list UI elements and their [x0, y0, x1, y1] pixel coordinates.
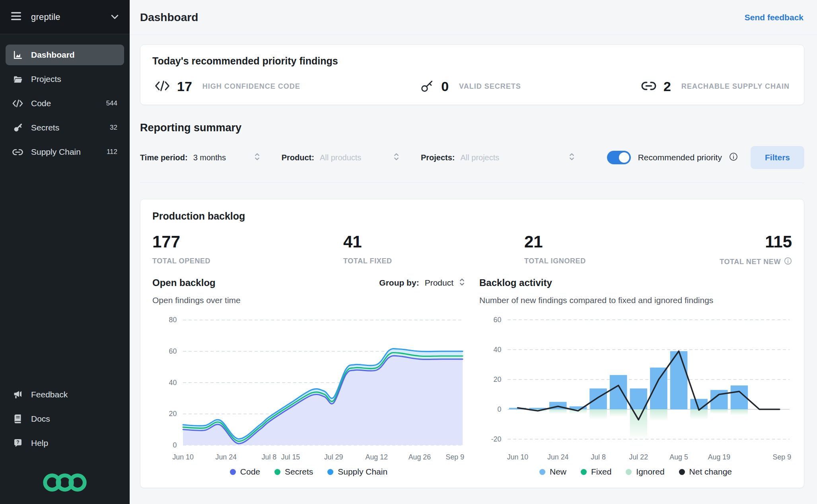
code-icon [155, 80, 170, 93]
page-header: Dashboard Send feedback [130, 0, 817, 35]
svg-text:?: ? [16, 440, 19, 445]
chain-link-icon [12, 149, 23, 156]
sidebar: greptile Dashboard Projects Code 544 [0, 0, 130, 504]
sidebar-item-supply-chain[interactable]: Supply Chain 112 [6, 142, 124, 162]
product-select[interactable]: All products [320, 152, 399, 163]
svg-text:Jun 24: Jun 24 [216, 453, 237, 461]
sidebar-nav: Dashboard Projects Code 544 Secrets 32 [0, 34, 130, 162]
svg-text:20: 20 [494, 376, 502, 383]
open-backlog-legend: CodeSecretsSupply Chain [152, 467, 465, 477]
backlog-activity-subtitle: Number of new findings compared to fixed… [479, 296, 792, 305]
folder-open-icon [12, 74, 23, 84]
sidebar-item-label: Supply Chain [31, 147, 81, 157]
legend-dot [539, 469, 545, 475]
svg-text:40: 40 [169, 379, 177, 387]
stat-label: TOTAL FIXED [343, 257, 524, 265]
workspace-switcher[interactable]: greptile [0, 0, 130, 34]
sidebar-item-projects[interactable]: Projects [6, 69, 124, 90]
svg-text:60: 60 [494, 316, 502, 324]
chevron-down-icon [111, 14, 119, 21]
recommended-priority-toggle[interactable] [607, 151, 631, 164]
stat-label: TOTAL OPENED [152, 257, 343, 265]
priority-stats-row: 17 HIGH CONFIDENCE CODE 0 VALID SECRETS … [152, 79, 792, 94]
svg-text:Jun 10: Jun 10 [172, 453, 193, 461]
product-placeholder: All products [320, 153, 362, 162]
time-period-select[interactable]: 3 months [193, 152, 260, 163]
legend-item[interactable]: Secrets [274, 467, 313, 477]
book-icon [12, 414, 23, 424]
backlog-activity-legend: NewFixedIgnoredNet change [479, 467, 792, 477]
production-backlog-card: Production backlog 177 TOTAL OPENED 41 T… [140, 199, 804, 488]
priority-card-title: Today's recommended priority findings [152, 55, 792, 67]
priority-findings-card: Today's recommended priority findings 17… [140, 45, 804, 105]
legend-label: New [550, 467, 566, 477]
group-by-label: Group by: [379, 278, 419, 288]
open-backlog-chart: 020406080Jun 10Jun 24Jul 8Jul 15Jul 29Au… [152, 308, 465, 465]
legend-item[interactable]: Supply Chain [327, 467, 387, 477]
svg-text:Aug 26: Aug 26 [408, 453, 431, 461]
group-by-select[interactable]: Group by: Product [379, 278, 465, 288]
greptile-logo [6, 473, 124, 492]
backlog-stats-row: 177 TOTAL OPENED 41 TOTAL FIXED 21 TOTAL… [152, 232, 792, 267]
sidebar-item-label: Code [31, 99, 51, 108]
stat-total-opened: 177 TOTAL OPENED [152, 232, 343, 267]
stat-value: 115 [720, 232, 792, 251]
backlog-card-title: Production backlog [152, 210, 792, 222]
svg-text:Jul 8: Jul 8 [262, 453, 277, 461]
svg-text:80: 80 [169, 316, 177, 324]
hamburger-menu-icon[interactable] [11, 12, 22, 22]
open-backlog-section: Open backlog Group by: Product Open find… [152, 277, 465, 477]
svg-text:Jun 10: Jun 10 [507, 453, 528, 461]
filters-button[interactable]: Filters [751, 146, 804, 169]
sidebar-item-docs[interactable]: Docs [6, 409, 124, 429]
open-backlog-title: Open backlog [152, 277, 216, 288]
legend-dot [327, 469, 333, 475]
sidebar-item-secrets[interactable]: Secrets 32 [6, 117, 124, 138]
stat-high-confidence-code[interactable]: 17 HIGH CONFIDENCE CODE [155, 79, 300, 94]
sidebar-item-label: Docs [31, 414, 50, 424]
projects-select[interactable]: All projects [460, 152, 575, 163]
legend-dot [274, 469, 280, 475]
legend-item[interactable]: Fixed [581, 467, 611, 477]
key-icon [12, 123, 23, 132]
brand-name: greptile [31, 12, 60, 22]
legend-item[interactable]: New [539, 467, 566, 477]
product-label: Product: [282, 153, 314, 162]
toggle-knob [619, 152, 629, 163]
send-feedback-link[interactable]: Send feedback [745, 13, 803, 22]
sidebar-item-label: Help [31, 438, 48, 448]
stat-value: 17 [177, 79, 192, 94]
stat-label: REACHABLE SUPPLY CHAIN [681, 82, 790, 91]
svg-text:Jul 29: Jul 29 [324, 453, 343, 461]
stat-valid-secrets[interactable]: 0 VALID SECRETS [420, 79, 521, 94]
key-icon [420, 79, 434, 94]
legend-item[interactable]: Code [230, 467, 260, 477]
open-backlog-subtitle: Open findings over time [152, 296, 465, 305]
info-icon[interactable] [784, 257, 792, 267]
select-chevrons-icon [569, 152, 575, 163]
svg-text:0: 0 [173, 441, 177, 449]
sidebar-item-count: 112 [107, 148, 117, 156]
svg-text:Aug 5: Aug 5 [669, 453, 688, 461]
legend-dot [626, 469, 632, 475]
time-period-filter: Time period: 3 months [140, 152, 260, 163]
main-area: Dashboard Send feedback Today's recommen… [130, 0, 817, 504]
svg-text:Aug 19: Aug 19 [708, 453, 730, 461]
sidebar-item-count: 32 [110, 124, 117, 132]
legend-item[interactable]: Net change [679, 467, 732, 477]
legend-label: Net change [689, 467, 732, 477]
sidebar-item-dashboard[interactable]: Dashboard [6, 45, 124, 65]
legend-item[interactable]: Ignored [626, 467, 664, 477]
sidebar-item-help[interactable]: ? Help [6, 433, 124, 453]
sidebar-item-label: Secrets [31, 123, 59, 132]
content: Today's recommended priority findings 17… [130, 35, 817, 494]
info-icon[interactable] [729, 152, 738, 163]
sidebar-item-code[interactable]: Code 544 [6, 93, 124, 114]
stat-value: 41 [343, 232, 524, 251]
stat-reachable-supply-chain[interactable]: 2 REACHABLE SUPPLY CHAIN [641, 79, 790, 94]
select-chevrons-icon [459, 278, 465, 288]
stat-value: 0 [441, 79, 449, 94]
group-by-value: Product [425, 278, 453, 288]
sidebar-item-feedback[interactable]: Feedback [6, 384, 124, 405]
sidebar-item-label: Feedback [31, 390, 68, 399]
